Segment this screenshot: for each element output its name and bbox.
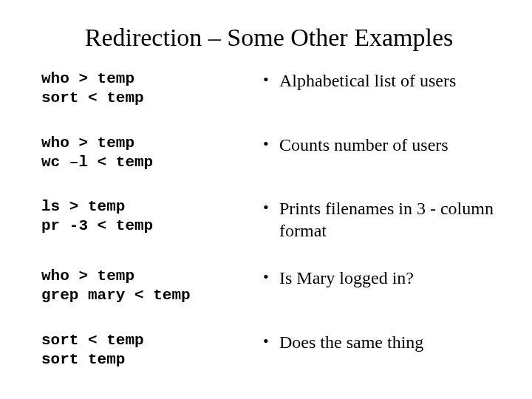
- description-text: Prints filenames in 3 - column format: [279, 197, 497, 242]
- bullet-icon: •: [263, 197, 279, 218]
- content-rows: who > temp sort < temp • Alphabetical li…: [41, 69, 497, 369]
- example-row: ls > temp pr -3 < temp • Prints filename…: [41, 197, 497, 242]
- bullet-icon: •: [263, 69, 279, 90]
- slide-title: Redirection – Some Other Examples: [41, 24, 497, 52]
- description-text: Alphabetical list of users: [279, 69, 497, 92]
- description: • Alphabetical list of users: [263, 69, 497, 92]
- bullet-icon: •: [263, 331, 279, 352]
- command-text: ls > temp pr -3 < temp: [41, 197, 263, 236]
- description-text: Does the same thing: [279, 331, 497, 353]
- bullet-icon: •: [263, 267, 279, 287]
- description: • Prints filenames in 3 - column format: [263, 197, 497, 242]
- description: • Does the same thing: [263, 331, 497, 353]
- bullet-icon: •: [263, 134, 279, 154]
- command-text: who > temp sort < temp: [41, 69, 263, 109]
- command-text: sort < temp sort temp: [41, 331, 263, 370]
- command-text: who > temp wc –l < temp: [41, 134, 263, 173]
- example-row: who > temp wc –l < temp • Counts number …: [41, 134, 497, 173]
- description: • Counts number of users: [263, 134, 497, 156]
- example-row: who > temp grep mary < temp • Is Mary lo…: [41, 267, 497, 306]
- description-text: Is Mary logged in?: [279, 267, 497, 289]
- example-row: who > temp sort < temp • Alphabetical li…: [41, 69, 497, 109]
- slide: Redirection – Some Other Examples who > …: [0, 0, 532, 399]
- description-text: Counts number of users: [279, 134, 497, 156]
- command-text: who > temp grep mary < temp: [41, 267, 263, 306]
- description: • Is Mary logged in?: [263, 267, 497, 289]
- example-row: sort < temp sort temp • Does the same th…: [41, 331, 497, 370]
